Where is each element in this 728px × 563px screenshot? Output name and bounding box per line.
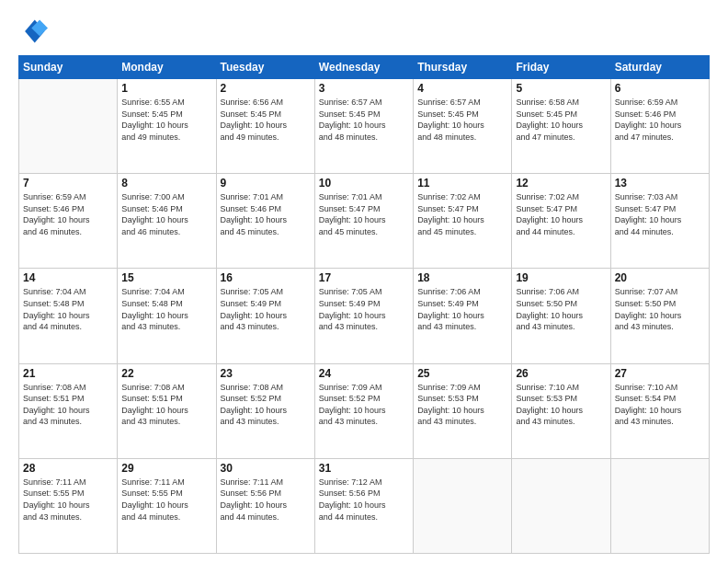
calendar-week-1: 1Sunrise: 6:55 AM Sunset: 5:45 PM Daylig… (19, 79, 710, 174)
calendar-cell: 28Sunrise: 7:11 AM Sunset: 5:55 PM Dayli… (19, 458, 118, 553)
day-number: 6 (615, 82, 705, 95)
day-info: Sunrise: 6:55 AM Sunset: 5:45 PM Dayligh… (121, 97, 211, 143)
day-info: Sunrise: 6:57 AM Sunset: 5:45 PM Dayligh… (319, 97, 409, 143)
day-number: 27 (615, 367, 705, 380)
day-number: 16 (221, 271, 311, 284)
day-info: Sunrise: 7:12 AM Sunset: 5:56 PM Dayligh… (319, 477, 409, 523)
calendar-cell: 21Sunrise: 7:08 AM Sunset: 5:51 PM Dayli… (19, 363, 118, 458)
calendar-cell: 13Sunrise: 7:03 AM Sunset: 5:47 PM Dayli… (610, 174, 709, 269)
day-info: Sunrise: 6:58 AM Sunset: 5:45 PM Dayligh… (516, 97, 606, 143)
calendar-cell: 2Sunrise: 6:56 AM Sunset: 5:45 PM Daylig… (216, 79, 314, 174)
day-info: Sunrise: 7:04 AM Sunset: 5:48 PM Dayligh… (121, 286, 211, 332)
page: SundayMondayTuesdayWednesdayThursdayFrid… (0, 0, 728, 563)
day-info: Sunrise: 7:10 AM Sunset: 5:53 PM Dayligh… (516, 382, 606, 428)
day-number: 14 (23, 271, 113, 284)
day-info: Sunrise: 7:05 AM Sunset: 5:49 PM Dayligh… (319, 286, 409, 332)
calendar-week-4: 21Sunrise: 7:08 AM Sunset: 5:51 PM Dayli… (19, 363, 710, 458)
weekday-header-row: SundayMondayTuesdayWednesdayThursdayFrid… (19, 56, 710, 79)
calendar-cell: 8Sunrise: 7:00 AM Sunset: 5:46 PM Daylig… (118, 174, 216, 269)
weekday-header-wednesday: Wednesday (314, 56, 413, 79)
day-number: 25 (417, 367, 507, 380)
day-info: Sunrise: 7:00 AM Sunset: 5:46 PM Dayligh… (121, 191, 211, 237)
calendar-cell: 14Sunrise: 7:04 AM Sunset: 5:48 PM Dayli… (19, 269, 118, 363)
day-info: Sunrise: 7:02 AM Sunset: 5:47 PM Dayligh… (417, 191, 507, 237)
day-info: Sunrise: 7:11 AM Sunset: 5:56 PM Dayligh… (221, 477, 311, 523)
day-number: 21 (23, 367, 113, 380)
calendar-cell: 11Sunrise: 7:02 AM Sunset: 5:47 PM Dayli… (414, 174, 512, 269)
calendar-cell (19, 79, 118, 174)
calendar-cell: 4Sunrise: 6:57 AM Sunset: 5:45 PM Daylig… (414, 79, 512, 174)
calendar-cell: 20Sunrise: 7:07 AM Sunset: 5:50 PM Dayli… (610, 269, 709, 363)
logo-icon (18, 17, 48, 46)
day-number: 29 (121, 462, 211, 475)
day-number: 28 (23, 462, 113, 475)
calendar-cell: 9Sunrise: 7:01 AM Sunset: 5:46 PM Daylig… (216, 174, 314, 269)
day-number: 23 (221, 367, 311, 380)
header (18, 17, 710, 46)
day-info: Sunrise: 6:56 AM Sunset: 5:45 PM Dayligh… (221, 97, 311, 143)
calendar-cell: 15Sunrise: 7:04 AM Sunset: 5:48 PM Dayli… (118, 269, 216, 363)
day-number: 10 (319, 177, 409, 190)
day-number: 8 (121, 177, 211, 190)
day-info: Sunrise: 7:05 AM Sunset: 5:49 PM Dayligh… (221, 286, 311, 332)
day-number: 15 (121, 271, 211, 284)
calendar-cell: 30Sunrise: 7:11 AM Sunset: 5:56 PM Dayli… (216, 458, 314, 553)
day-info: Sunrise: 7:11 AM Sunset: 5:55 PM Dayligh… (23, 477, 113, 523)
calendar-cell (610, 458, 709, 553)
calendar-cell: 26Sunrise: 7:10 AM Sunset: 5:53 PM Dayli… (512, 363, 610, 458)
calendar-week-2: 7Sunrise: 6:59 AM Sunset: 5:46 PM Daylig… (19, 174, 710, 269)
day-number: 22 (121, 367, 211, 380)
weekday-header-sunday: Sunday (19, 56, 118, 79)
calendar-cell: 23Sunrise: 7:08 AM Sunset: 5:52 PM Dayli… (216, 363, 314, 458)
day-info: Sunrise: 7:09 AM Sunset: 5:53 PM Dayligh… (417, 382, 507, 428)
day-number: 2 (221, 82, 311, 95)
calendar-week-5: 28Sunrise: 7:11 AM Sunset: 5:55 PM Dayli… (19, 458, 710, 553)
day-info: Sunrise: 7:07 AM Sunset: 5:50 PM Dayligh… (615, 286, 705, 332)
day-number: 1 (121, 82, 211, 95)
calendar-cell: 31Sunrise: 7:12 AM Sunset: 5:56 PM Dayli… (314, 458, 413, 553)
calendar-table: SundayMondayTuesdayWednesdayThursdayFrid… (18, 55, 710, 554)
day-number: 12 (516, 177, 606, 190)
day-info: Sunrise: 6:59 AM Sunset: 5:46 PM Dayligh… (615, 97, 705, 143)
calendar-cell: 27Sunrise: 7:10 AM Sunset: 5:54 PM Dayli… (610, 363, 709, 458)
day-info: Sunrise: 7:08 AM Sunset: 5:51 PM Dayligh… (23, 382, 113, 428)
calendar-cell: 22Sunrise: 7:08 AM Sunset: 5:51 PM Dayli… (118, 363, 216, 458)
day-info: Sunrise: 7:06 AM Sunset: 5:50 PM Dayligh… (516, 286, 606, 332)
calendar-cell: 16Sunrise: 7:05 AM Sunset: 5:49 PM Dayli… (216, 269, 314, 363)
calendar-cell: 12Sunrise: 7:02 AM Sunset: 5:47 PM Dayli… (512, 174, 610, 269)
calendar-cell: 7Sunrise: 6:59 AM Sunset: 5:46 PM Daylig… (19, 174, 118, 269)
day-number: 30 (221, 462, 311, 475)
calendar-cell: 25Sunrise: 7:09 AM Sunset: 5:53 PM Dayli… (414, 363, 512, 458)
calendar-cell: 17Sunrise: 7:05 AM Sunset: 5:49 PM Dayli… (314, 269, 413, 363)
calendar-cell: 1Sunrise: 6:55 AM Sunset: 5:45 PM Daylig… (118, 79, 216, 174)
day-info: Sunrise: 7:10 AM Sunset: 5:54 PM Dayligh… (615, 382, 705, 428)
calendar-cell (414, 458, 512, 553)
calendar-cell: 29Sunrise: 7:11 AM Sunset: 5:55 PM Dayli… (118, 458, 216, 553)
calendar-cell: 5Sunrise: 6:58 AM Sunset: 5:45 PM Daylig… (512, 79, 610, 174)
day-number: 7 (23, 177, 113, 190)
calendar-cell: 10Sunrise: 7:01 AM Sunset: 5:47 PM Dayli… (314, 174, 413, 269)
day-info: Sunrise: 7:01 AM Sunset: 5:47 PM Dayligh… (319, 191, 409, 237)
day-info: Sunrise: 7:02 AM Sunset: 5:47 PM Dayligh… (516, 191, 606, 237)
day-number: 5 (516, 82, 606, 95)
logo (18, 17, 51, 46)
day-number: 17 (319, 271, 409, 284)
day-info: Sunrise: 7:06 AM Sunset: 5:49 PM Dayligh… (417, 286, 507, 332)
day-info: Sunrise: 7:11 AM Sunset: 5:55 PM Dayligh… (121, 477, 211, 523)
day-info: Sunrise: 7:08 AM Sunset: 5:51 PM Dayligh… (121, 382, 211, 428)
day-number: 20 (615, 271, 705, 284)
day-info: Sunrise: 7:08 AM Sunset: 5:52 PM Dayligh… (221, 382, 311, 428)
day-number: 9 (221, 177, 311, 190)
day-info: Sunrise: 7:04 AM Sunset: 5:48 PM Dayligh… (23, 286, 113, 332)
day-number: 13 (615, 177, 705, 190)
day-number: 24 (319, 367, 409, 380)
calendar-cell: 19Sunrise: 7:06 AM Sunset: 5:50 PM Dayli… (512, 269, 610, 363)
calendar-cell (512, 458, 610, 553)
day-number: 31 (319, 462, 409, 475)
day-info: Sunrise: 7:09 AM Sunset: 5:52 PM Dayligh… (319, 382, 409, 428)
calendar-cell: 24Sunrise: 7:09 AM Sunset: 5:52 PM Dayli… (314, 363, 413, 458)
day-number: 3 (319, 82, 409, 95)
calendar-cell: 6Sunrise: 6:59 AM Sunset: 5:46 PM Daylig… (610, 79, 709, 174)
day-info: Sunrise: 7:01 AM Sunset: 5:46 PM Dayligh… (221, 191, 311, 237)
calendar-cell: 18Sunrise: 7:06 AM Sunset: 5:49 PM Dayli… (414, 269, 512, 363)
